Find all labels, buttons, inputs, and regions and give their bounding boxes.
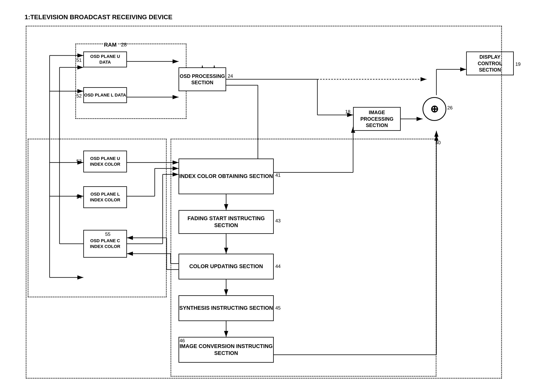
device-title: 1:TELEVISION BROADCAST RECEIVING DEVICE bbox=[24, 14, 173, 21]
outer-device-box bbox=[26, 26, 502, 378]
num-19: 19 bbox=[515, 61, 521, 67]
